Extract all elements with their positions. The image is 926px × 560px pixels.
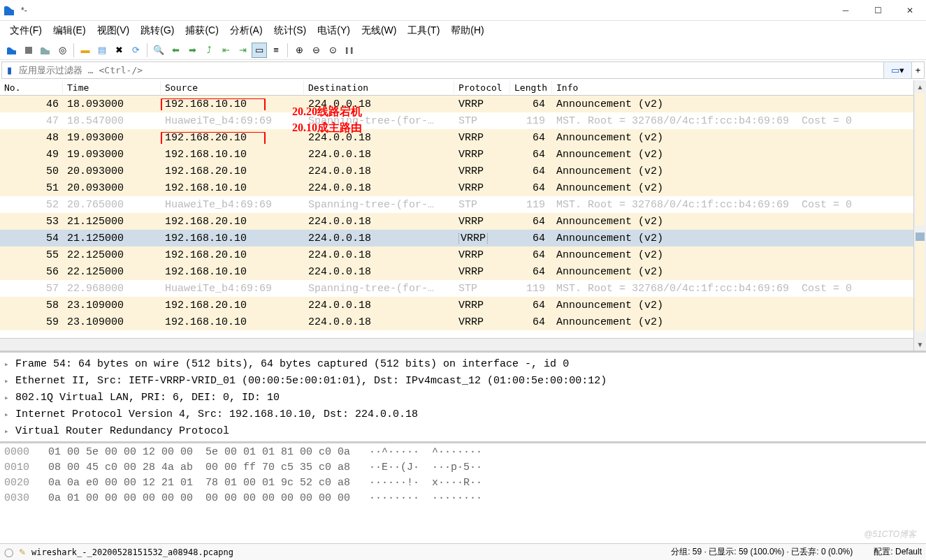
col-src[interactable]: Source	[161, 81, 304, 94]
menu-item[interactable]: 视图(V)	[93, 23, 134, 38]
detail-line[interactable]: ▸Virtual Router Redundancy Protocol	[4, 422, 922, 439]
packet-details-pane[interactable]: ▸Frame 54: 64 bytes on wire (512 bits), …	[0, 353, 926, 443]
hex-line[interactable]: 0020 0a 0a e0 00 00 12 21 01 78 01 00 01…	[4, 477, 922, 492]
zoom-reset-icon[interactable]: ⊙	[325, 43, 340, 58]
table-row[interactable]: 5120.093000192.168.10.10224.0.0.18VRRP64…	[0, 179, 926, 196]
goto-icon[interactable]: ⤴	[201, 43, 217, 58]
add-filter-button[interactable]: +	[911, 62, 924, 78]
status-file: wireshark_-_20200528151532_a08948.pcapng	[31, 547, 233, 557]
hex-line[interactable]: 0030 0a 01 00 00 00 00 00 00 00 00 00 00…	[4, 492, 922, 508]
next-icon[interactable]: ➡	[185, 43, 200, 58]
detail-line[interactable]: ▸Ethernet II, Src: IETF-VRRP-VRID_01 (00…	[4, 372, 922, 389]
col-time[interactable]: Time	[63, 81, 161, 94]
open-icon[interactable]: ▬	[78, 43, 93, 58]
table-row[interactable]: 4919.093000192.168.10.10224.0.0.18VRRP64…	[0, 146, 926, 163]
col-proto[interactable]: Protocol	[454, 81, 510, 94]
zoom-in-icon[interactable]: ⊕	[291, 43, 307, 58]
status-profile: 配置: Default	[874, 546, 922, 558]
options-icon[interactable]: ◎	[55, 43, 70, 58]
window-title: *-	[18, 6, 830, 15]
first-icon[interactable]: ⇤	[218, 43, 233, 58]
colorize-icon[interactable]: ≡	[268, 43, 284, 58]
col-info[interactable]: Info	[552, 81, 926, 94]
menu-item[interactable]: 无线(W)	[357, 23, 401, 38]
prev-icon[interactable]: ⬅	[168, 43, 183, 58]
table-row[interactable]: 4718.547000HuaweiTe_b4:69:69Spanning-tre…	[0, 112, 926, 129]
ready-icon: ◯	[4, 547, 13, 557]
menu-item[interactable]: 统计(S)	[270, 23, 311, 38]
hex-line[interactable]: 0010 08 00 45 c0 00 28 4a ab 00 00 ff 70…	[4, 462, 922, 477]
table-row[interactable]: 5321.125000192.168.20.10224.0.0.18VRRP64…	[0, 213, 926, 230]
resize-cols-icon[interactable]: ⫿⫿	[342, 43, 357, 58]
col-len[interactable]: Length	[510, 81, 552, 94]
table-row[interactable]: 5421.125000192.168.10.10224.0.0.18VRRP64…	[0, 230, 926, 246]
menu-item[interactable]: 分析(A)	[226, 23, 267, 38]
close-button[interactable]: ✕	[894, 0, 926, 21]
table-row[interactable]: 5522.125000192.168.20.10224.0.0.18VRRP64…	[0, 246, 926, 263]
table-row[interactable]: 4618.093000192.168.10.10224.0.0.18VRRP64…	[0, 96, 926, 112]
svg-rect-0	[25, 47, 32, 54]
statusbar: ◯ ✎ wireshark_-_20200528151532_a08948.pc…	[0, 543, 926, 560]
table-row[interactable]: 5622.125000192.168.10.10224.0.0.18VRRP64…	[0, 263, 926, 280]
find-icon[interactable]: 🔍	[151, 43, 166, 58]
bookmark-icon[interactable]: ▮	[2, 65, 16, 75]
filter-input[interactable]	[16, 64, 883, 77]
detail-line[interactable]: ▸802.1Q Virtual LAN, PRI: 6, DEI: 0, ID:…	[4, 389, 922, 406]
v-scrollbar[interactable]: ▲ ▼	[913, 80, 926, 351]
table-row[interactable]: 5823.109000192.168.20.10224.0.0.18VRRP64…	[0, 297, 926, 314]
menu-item[interactable]: 电话(Y)	[313, 23, 354, 38]
start-capture-icon[interactable]	[4, 43, 20, 58]
h-scrollbar[interactable]	[0, 338, 913, 351]
packet-list-body[interactable]: 4618.093000192.168.10.10224.0.0.18VRRP64…	[0, 96, 926, 330]
menu-item[interactable]: 帮助(H)	[447, 23, 488, 38]
save-icon[interactable]: ▤	[94, 43, 110, 58]
hex-line[interactable]: 0000 01 00 5e 00 00 12 00 00 5e 00 01 01…	[4, 446, 922, 462]
zoom-out-icon[interactable]: ⊖	[308, 43, 324, 58]
reload-icon[interactable]: ⟳	[128, 43, 143, 58]
packet-list-pane: No. Time Source Destination Protocol Len…	[0, 80, 926, 353]
detail-line[interactable]: ▸Frame 54: 64 bytes on wire (512 bits), …	[4, 355, 922, 372]
menu-item[interactable]: 编辑(E)	[49, 23, 90, 38]
maximize-button[interactable]: ☐	[862, 0, 894, 21]
minimize-button[interactable]: ─	[830, 0, 862, 21]
menu-item[interactable]: 跳转(G)	[136, 23, 178, 38]
restart-capture-icon[interactable]	[38, 43, 53, 58]
status-packets: 分组: 59 · 已显示: 59 (100.0%) · 已丢弃: 0 (0.0%…	[671, 546, 853, 558]
expression-button[interactable]: ▭▾	[883, 62, 911, 78]
packet-list-header: No. Time Source Destination Protocol Len…	[0, 80, 926, 96]
table-row[interactable]: 5220.765000HuaweiTe_b4:69:69Spanning-tre…	[0, 196, 926, 213]
col-dst[interactable]: Destination	[304, 81, 454, 94]
titlebar: *- ─ ☐ ✕	[0, 0, 926, 21]
hex-pane[interactable]: 0000 01 00 5e 00 00 12 00 00 5e 00 01 01…	[0, 443, 926, 517]
col-no[interactable]: No.	[0, 81, 63, 94]
edit-icon[interactable]: ✎	[19, 547, 26, 557]
menu-item[interactable]: 文件(F)	[6, 23, 46, 38]
last-icon[interactable]: ⇥	[235, 43, 250, 58]
table-row[interactable]: 5722.968000HuaweiTe_b4:69:69Spanning-tre…	[0, 280, 926, 297]
detail-line[interactable]: ▸Internet Protocol Version 4, Src: 192.1…	[4, 406, 922, 422]
filter-bar: ▮ ▭▾ +	[1, 61, 925, 79]
stop-capture-icon[interactable]	[21, 43, 36, 58]
close-file-icon[interactable]: ✖	[111, 43, 126, 58]
toolbar: ◎ ▬ ▤ ✖ ⟳ 🔍 ⬅ ➡ ⤴ ⇤ ⇥ ▭ ≡ ⊕ ⊖ ⊙ ⫿⫿	[0, 40, 926, 60]
autoscroll-icon[interactable]: ▭	[252, 43, 267, 58]
table-row[interactable]: 4819.093000192.168.20.10224.0.0.18VRRP64…	[0, 129, 926, 146]
menubar: 文件(F)编辑(E)视图(V)跳转(G)捕获(C)分析(A)统计(S)电话(Y)…	[0, 21, 926, 40]
menu-item[interactable]: 捕获(C)	[181, 23, 222, 38]
app-icon	[0, 0, 18, 21]
menu-item[interactable]: 工具(T)	[403, 23, 444, 38]
table-row[interactable]: 5923.109000192.168.10.10224.0.0.18VRRP64…	[0, 314, 926, 330]
watermark: @51CTO博客	[864, 529, 916, 540]
table-row[interactable]: 5020.093000192.168.20.10224.0.0.18VRRP64…	[0, 163, 926, 179]
